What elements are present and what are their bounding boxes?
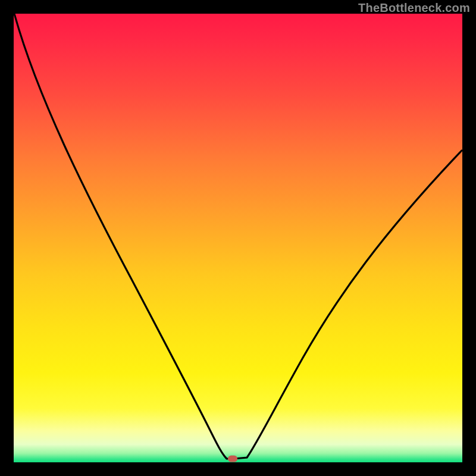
- chart-frame: TheBottleneck.com: [0, 0, 476, 476]
- bottleneck-curve: [14, 14, 462, 459]
- optimum-marker: [228, 455, 237, 462]
- watermark-text: TheBottleneck.com: [358, 1, 470, 15]
- plot-area: [14, 14, 462, 462]
- curve-svg: [14, 14, 462, 462]
